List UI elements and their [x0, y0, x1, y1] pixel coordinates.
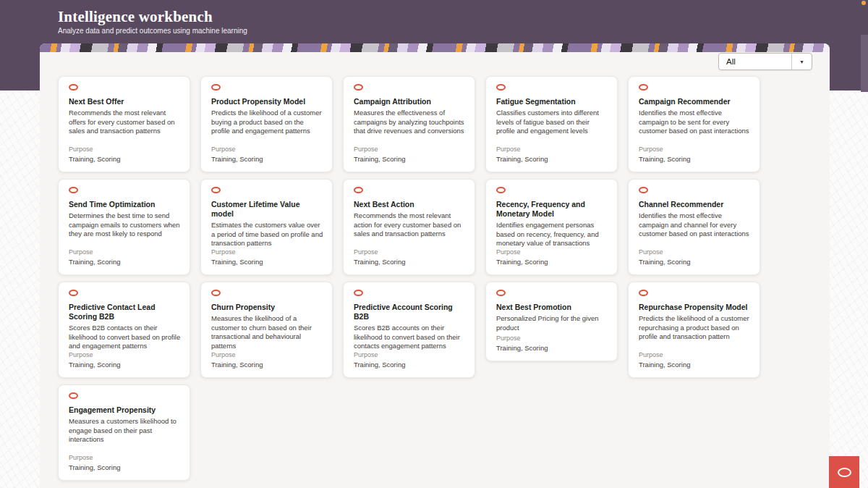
- card-title: Recency, Frequency and Monetary Model: [496, 200, 608, 219]
- oracle-logo-icon: [354, 290, 363, 296]
- purpose-label: Purpose: [496, 146, 608, 153]
- purpose-value: Training, Scoring: [496, 155, 608, 163]
- oracle-logo-icon: [211, 84, 221, 91]
- model-card[interactable]: Channel Recommender Identifies the most …: [628, 179, 760, 275]
- card-title: Churn Propensity: [211, 303, 323, 312]
- purpose-label: Purpose: [69, 351, 181, 358]
- purpose-value: Training, Scoring: [211, 258, 323, 266]
- oracle-logo-icon: [354, 84, 363, 91]
- purpose-value: Training, Scoring: [354, 155, 466, 163]
- purpose-label: Purpose: [211, 248, 323, 256]
- purpose-label: Purpose: [354, 351, 466, 358]
- purpose-value: Training, Scoring: [211, 155, 323, 163]
- purpose-label: Purpose: [211, 146, 323, 153]
- purpose-block: Purpose Training, Scoring: [211, 351, 323, 369]
- purpose-block: Purpose Training, Scoring: [69, 454, 181, 471]
- dropdown-caret-button[interactable]: ▼: [791, 54, 812, 70]
- oracle-logo-icon: [639, 84, 648, 91]
- card-description: Recommends the most relevant action for …: [354, 211, 466, 248]
- model-card[interactable]: Customer Lifetime Value model Estimates …: [200, 179, 333, 275]
- oracle-logo-icon: [639, 187, 648, 193]
- purpose-label: Purpose: [69, 146, 181, 153]
- card-title: Predictive Account Scoring B2B: [354, 303, 466, 321]
- purpose-label: Purpose: [496, 248, 608, 256]
- purpose-value: Training, Scoring: [639, 361, 751, 369]
- purpose-label: Purpose: [354, 248, 466, 256]
- purpose-value: Training, Scoring: [496, 344, 608, 352]
- oracle-logo-icon: [639, 290, 648, 296]
- purpose-block: Purpose Training, Scoring: [69, 351, 181, 369]
- card-description: Measures the likelihood of a customer to…: [211, 314, 323, 351]
- purpose-label: Purpose: [639, 351, 751, 358]
- filter-selected-value: All: [719, 54, 791, 70]
- purpose-block: Purpose Training, Scoring: [496, 335, 608, 352]
- model-card[interactable]: Next Best Offer Recommends the most rele…: [58, 76, 190, 172]
- purpose-block: Purpose Training, Scoring: [354, 146, 466, 163]
- card-title: Fatigue Segmentation: [496, 97, 608, 106]
- purpose-block: Purpose Training, Scoring: [69, 248, 181, 266]
- model-card[interactable]: Next Best Promotion Personalized Pricing…: [485, 282, 618, 361]
- card-description: Recommends the most relevant offers for …: [69, 109, 181, 146]
- model-card[interactable]: Predictive Contact Lead Scoring B2B Scor…: [58, 282, 190, 378]
- purpose-block: Purpose Training, Scoring: [496, 248, 608, 266]
- model-card[interactable]: Campaign Attribution Measures the effect…: [343, 76, 475, 172]
- oracle-logo-icon: [69, 84, 78, 91]
- card-description: Measures the effectiveness of campaigns …: [354, 109, 466, 146]
- page-title: Intelligence workbench: [58, 8, 247, 25]
- purpose-label: Purpose: [639, 248, 751, 256]
- card-description: Predicts the likelihood of a customer re…: [639, 314, 751, 351]
- card-title: Engagement Propensity: [69, 405, 181, 415]
- card-description: Personalized Pricing for the given produ…: [496, 314, 608, 335]
- card-description: Classifies customers into different leve…: [496, 109, 608, 146]
- card-title: Predictive Contact Lead Scoring B2B: [69, 303, 181, 321]
- card-description: Measures a customers likelihood to engag…: [69, 417, 181, 454]
- model-card[interactable]: Churn Propensity Measures the likelihood…: [200, 282, 333, 378]
- purpose-value: Training, Scoring: [496, 258, 608, 266]
- purpose-label: Purpose: [639, 146, 751, 153]
- card-title: Product Propensity Model: [211, 97, 323, 106]
- purpose-block: Purpose Training, Scoring: [69, 146, 181, 163]
- orange-dot-decoration: [861, 1, 866, 5]
- purpose-block: Purpose Training, Scoring: [496, 146, 608, 163]
- card-title: Campaign Recommender: [639, 97, 751, 106]
- purpose-block: Purpose Training, Scoring: [639, 146, 751, 163]
- purpose-value: Training, Scoring: [639, 258, 751, 266]
- oracle-logo-icon: [211, 290, 221, 296]
- card-title: Send Time Optimization: [69, 200, 181, 209]
- header-text: Intelligence workbench Analyze data and …: [58, 8, 247, 35]
- card-description: Identifies engagement personas based on …: [496, 221, 608, 248]
- model-card[interactable]: Campaign Recommender Identifies the most…: [628, 76, 760, 172]
- card-grid: Next Best Offer Recommends the most rele…: [58, 76, 830, 481]
- workbench-fab-button[interactable]: [829, 456, 859, 488]
- model-card[interactable]: Product Propensity Model Predicts the li…: [200, 76, 333, 172]
- oracle-logo-icon: [69, 290, 78, 296]
- card-description: Predicts the likelihood of a customer bu…: [211, 109, 323, 146]
- model-card[interactable]: Send Time Optimization Determines the be…: [58, 179, 190, 275]
- purpose-value: Training, Scoring: [211, 361, 323, 369]
- card-description: Scores B2B contacts on their likelihood …: [69, 324, 181, 351]
- purpose-block: Purpose Training, Scoring: [211, 146, 323, 163]
- oracle-logo-icon: [496, 187, 506, 193]
- card-description: Scores B2B accounts on their likelihood …: [354, 324, 466, 351]
- model-card[interactable]: Fatigue Segmentation Classifies customer…: [485, 76, 618, 172]
- model-card[interactable]: Predictive Account Scoring B2B Scores B2…: [343, 282, 475, 378]
- card-title: Next Best Action: [354, 200, 466, 209]
- card-title: Customer Lifetime Value model: [211, 200, 323, 219]
- card-title: Next Best Offer: [69, 97, 181, 106]
- purpose-block: Purpose Training, Scoring: [354, 351, 466, 369]
- oracle-logo-icon: [69, 187, 78, 193]
- right-accent-strip: [861, 35, 868, 92]
- model-card[interactable]: Engagement Propensity Measures a custome…: [58, 384, 190, 481]
- purpose-label: Purpose: [211, 351, 323, 358]
- model-card[interactable]: Next Best Action Recommends the most rel…: [343, 179, 475, 275]
- purpose-label: Purpose: [69, 248, 181, 256]
- model-card[interactable]: Recency, Frequency and Monetary Model Id…: [485, 179, 618, 275]
- purpose-value: Training, Scoring: [639, 155, 751, 163]
- content-panel: All ▼ Next Best Offer Recommends the mos…: [40, 43, 830, 488]
- model-card[interactable]: Repurchase Propensity Model Predicts the…: [628, 282, 760, 378]
- card-title: Repurchase Propensity Model: [639, 303, 751, 312]
- purpose-value: Training, Scoring: [354, 361, 466, 369]
- filter-dropdown[interactable]: All ▼: [718, 53, 812, 70]
- oracle-logo-icon: [69, 392, 78, 399]
- chevron-down-icon: ▼: [799, 59, 804, 64]
